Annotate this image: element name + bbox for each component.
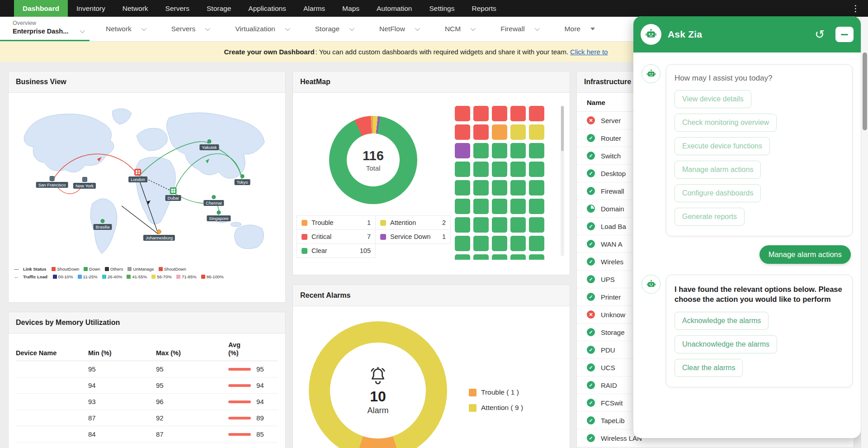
- heat-cell[interactable]: [510, 143, 526, 158]
- heat-cell[interactable]: [510, 124, 526, 140]
- heat-cell[interactable]: [455, 180, 470, 195]
- subnav-servers[interactable]: Servers: [158, 17, 222, 41]
- heat-cell[interactable]: [455, 254, 470, 260]
- subnav-network[interactable]: Network: [93, 17, 158, 41]
- heat-cell[interactable]: [492, 180, 507, 195]
- map-node-singapore[interactable]: Singapore: [207, 210, 231, 221]
- legend-swatch: [302, 234, 307, 240]
- heat-cell[interactable]: [492, 254, 507, 260]
- heat-cell[interactable]: [510, 217, 526, 233]
- heat-cell[interactable]: [492, 143, 507, 158]
- map-node-new-york[interactable]: New York: [73, 177, 96, 189]
- zia-suggestion-manage-alarm-actions[interactable]: Manage alarm actions: [675, 161, 761, 179]
- heat-cell[interactable]: [529, 106, 544, 121]
- heat-cell[interactable]: [492, 124, 507, 140]
- banner-link[interactable]: Click here to: [570, 48, 608, 56]
- topnav-alarms[interactable]: Alarms: [295, 0, 334, 17]
- topnav-network[interactable]: Network: [114, 0, 157, 17]
- heat-cell[interactable]: [492, 162, 507, 177]
- heat-cell[interactable]: [473, 124, 489, 140]
- subnav-more[interactable]: More: [552, 17, 608, 41]
- kebab-menu-icon[interactable]: ⋮: [843, 0, 868, 17]
- zia-suggestion-view-device-details[interactable]: View device details: [675, 90, 751, 108]
- zia-suggestion-check-monitoring-overview[interactable]: Check monitoring overview: [675, 114, 777, 132]
- heat-cell[interactable]: [510, 106, 526, 121]
- heat-cell[interactable]: [455, 124, 470, 140]
- heat-cell[interactable]: [529, 124, 544, 140]
- page-scrollbar-thumb[interactable]: [863, 52, 867, 130]
- legend-swatch: [469, 389, 476, 396]
- memory-table-row[interactable]: 949594: [16, 377, 278, 394]
- heat-cell[interactable]: [529, 143, 544, 158]
- heat-cell[interactable]: [510, 236, 526, 251]
- heat-cell[interactable]: [529, 236, 544, 251]
- clear-status-icon: ✓: [587, 399, 595, 407]
- map-node-johannesburg[interactable]: Johannesburg: [143, 229, 175, 241]
- heat-cell[interactable]: [455, 236, 470, 251]
- heat-cell[interactable]: [510, 162, 526, 177]
- subnav-firewall[interactable]: Firewall: [487, 17, 551, 41]
- heat-cell[interactable]: [492, 217, 507, 233]
- memory-table-row[interactable]: 879289: [16, 410, 278, 426]
- heat-cell[interactable]: [473, 162, 489, 177]
- zia-action-acknowledge-the-alarms[interactable]: Acknowledge the alarms: [675, 312, 769, 330]
- heat-cell[interactable]: [455, 217, 470, 233]
- zia-action-unacknowledge-the-alarms[interactable]: Unacknowledge the alarms: [675, 335, 777, 353]
- topnav-applications[interactable]: Applications: [240, 0, 295, 17]
- heat-cell[interactable]: [473, 143, 489, 158]
- heat-cell[interactable]: [492, 236, 507, 251]
- heat-cell[interactable]: [473, 236, 489, 251]
- subnav-storage[interactable]: Storage: [302, 17, 366, 41]
- user-message-pill[interactable]: Manage alarm actions: [760, 245, 851, 264]
- heat-cell[interactable]: [529, 162, 544, 177]
- heat-cell[interactable]: [473, 254, 489, 260]
- zia-suggestion-configure-dashboards[interactable]: Configure dashboards: [675, 184, 761, 202]
- topnav-storage[interactable]: Storage: [198, 0, 240, 17]
- heat-cell[interactable]: [529, 254, 544, 260]
- heat-cell[interactable]: [455, 162, 470, 177]
- topnav-settings[interactable]: Settings: [420, 0, 463, 17]
- map-node-brasilia[interactable]: Brasilia: [93, 219, 112, 230]
- subnav-virtualization[interactable]: Virtualization: [222, 17, 302, 41]
- map-node-san-francisco[interactable]: San Francisco: [36, 176, 68, 188]
- heatmap-scrollbar-thumb[interactable]: [561, 106, 564, 151]
- subnav-netflow[interactable]: NetFlow: [366, 17, 432, 41]
- zia-action-clear-the-alarms[interactable]: Clear the alarms: [675, 359, 743, 377]
- map-node-london[interactable]: London: [128, 169, 147, 182]
- topnav-inventory[interactable]: Inventory: [68, 0, 114, 17]
- tab-current-dashboard[interactable]: Overview Enterprise Dash...: [0, 17, 93, 41]
- heat-cell[interactable]: [455, 199, 470, 214]
- heat-cell[interactable]: [473, 180, 489, 195]
- reset-conversation-icon[interactable]: ↺: [810, 29, 829, 40]
- map-node-dubai[interactable]: Dubai: [165, 187, 181, 201]
- memory-table-row[interactable]: 959595: [16, 361, 278, 377]
- heat-cell[interactable]: [473, 217, 489, 233]
- heat-cell[interactable]: [529, 180, 544, 195]
- topnav-reports[interactable]: Reports: [463, 0, 505, 17]
- heat-cell[interactable]: [473, 199, 489, 214]
- heat-cell[interactable]: [492, 106, 507, 121]
- heat-cell[interactable]: [510, 199, 526, 214]
- map-node-chennai[interactable]: Chennai: [203, 195, 224, 206]
- memory-table-row[interactable]: 939694: [16, 394, 278, 410]
- map-node-tokyo[interactable]: Tokyo: [235, 174, 250, 185]
- legend-swatch: [151, 275, 156, 279]
- zia-suggestion-execute-device-functions[interactable]: Execute device functions: [675, 137, 770, 155]
- topnav-dashboard[interactable]: Dashboard: [14, 0, 68, 17]
- heat-cell[interactable]: [529, 199, 544, 214]
- zia-suggestion-generate-reports[interactable]: Generate reports: [675, 208, 745, 226]
- heat-cell[interactable]: [529, 217, 544, 233]
- map-node-yakutsk[interactable]: Yakutsk: [199, 139, 219, 150]
- subnav-ncm[interactable]: NCM: [432, 17, 487, 41]
- heat-cell[interactable]: [455, 106, 470, 121]
- heat-cell[interactable]: [455, 143, 470, 158]
- topnav-maps[interactable]: Maps: [334, 0, 368, 17]
- heat-cell[interactable]: [510, 180, 526, 195]
- heat-cell[interactable]: [510, 254, 526, 260]
- topnav-automation[interactable]: Automation: [368, 0, 420, 17]
- memory-table-row[interactable]: 848785: [16, 426, 278, 443]
- heat-cell[interactable]: [492, 199, 507, 214]
- heat-cell[interactable]: [473, 106, 489, 121]
- minimize-button[interactable]: [835, 27, 854, 42]
- topnav-servers[interactable]: Servers: [157, 0, 198, 17]
